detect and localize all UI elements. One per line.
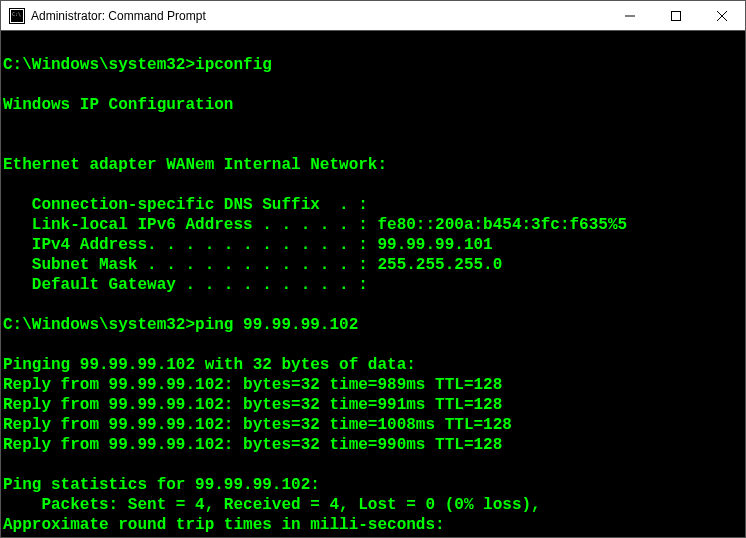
svg-text:C:\: C:\ (12, 11, 21, 17)
terminal-line: Subnet Mask . . . . . . . . . . . : 255.… (3, 256, 502, 274)
terminal-line: Link-local IPv6 Address . . . . . : fe80… (3, 216, 627, 234)
terminal-line: Approximate round trip times in milli-se… (3, 516, 445, 534)
command-text: ping 99.99.99.102 (195, 316, 358, 334)
terminal-line: Packets: Sent = 4, Received = 4, Lost = … (3, 496, 541, 514)
terminal-line: Connection-specific DNS Suffix . : (3, 196, 368, 214)
terminal-line: Ping statistics for 99.99.99.102: (3, 476, 320, 494)
minimize-button[interactable] (607, 1, 653, 30)
terminal-output[interactable]: C:\Windows\system32>ipconfig Windows IP … (1, 31, 745, 537)
cmd-icon: C:\ (9, 8, 25, 24)
command-prompt-window: C:\ Administrator: Command Prompt C:\Win… (0, 0, 746, 538)
terminal-line: Default Gateway . . . . . . . . . : (3, 276, 368, 294)
close-button[interactable] (699, 1, 745, 30)
window-title: Administrator: Command Prompt (31, 9, 607, 23)
prompt: C:\Windows\system32> (3, 316, 195, 334)
prompt: C:\Windows\system32> (3, 56, 195, 74)
terminal-line: Windows IP Configuration (3, 96, 233, 114)
window-controls (607, 1, 745, 30)
terminal-line: Minimum = 989ms, Maximum = 1008ms, Avera… (3, 536, 521, 537)
terminal-line: Reply from 99.99.99.102: bytes=32 time=9… (3, 396, 502, 414)
terminal-line: IPv4 Address. . . . . . . . . . . : 99.9… (3, 236, 493, 254)
command-text: ipconfig (195, 56, 272, 74)
maximize-button[interactable] (653, 1, 699, 30)
terminal-line: Pinging 99.99.99.102 with 32 bytes of da… (3, 356, 416, 374)
terminal-line: Reply from 99.99.99.102: bytes=32 time=9… (3, 436, 502, 454)
terminal-line: Ethernet adapter WANem Internal Network: (3, 156, 387, 174)
terminal-line: Reply from 99.99.99.102: bytes=32 time=9… (3, 376, 502, 394)
titlebar[interactable]: C:\ Administrator: Command Prompt (1, 1, 745, 31)
svg-rect-5 (672, 11, 681, 20)
terminal-line: Reply from 99.99.99.102: bytes=32 time=1… (3, 416, 512, 434)
